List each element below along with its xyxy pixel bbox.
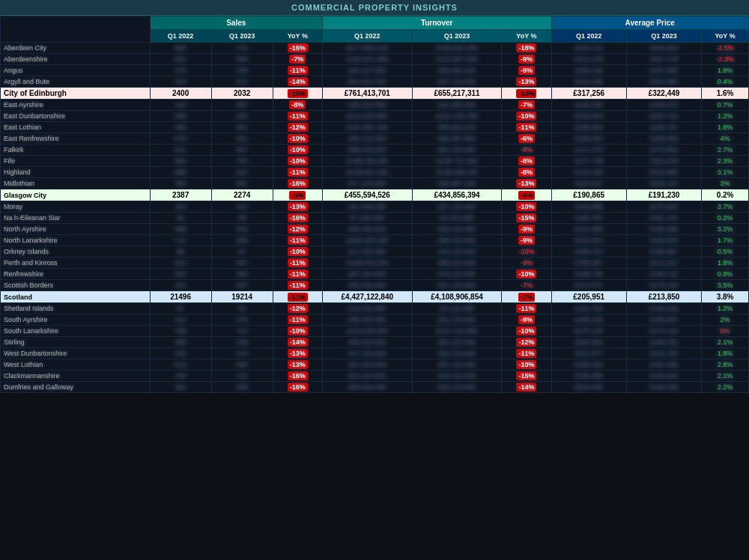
header-turnover: Turnover: [322, 16, 551, 30]
table-row: Falkirk521467-10% £89,234,500£82,123,400…: [1, 144, 749, 156]
edinburgh-sales-2022: 2400: [150, 88, 211, 100]
header-group-row: Sales Turnover Average Price: [1, 16, 749, 30]
edinburgh-turnover-yoy: -14%: [502, 88, 551, 100]
scotland-name: Scotland: [1, 291, 151, 303]
edinburgh-avp-2023: £322,449: [626, 88, 701, 100]
header-empty: [1, 16, 151, 43]
table-row: West Dunbartonshire245214-13% £37,234,50…: [1, 348, 749, 359]
glasgow-avp-2023: £191,230: [626, 189, 701, 201]
table-row: Moray243211-13% £41,234,500£37,123,400-1…: [1, 201, 749, 213]
scotland-turnover-2023: £4,108,906,854: [412, 291, 502, 303]
table-row: West Lothian523456-13% £97,234,500£87,12…: [1, 359, 749, 371]
table-row: Highland689612-11% £148,912,340£136,489,…: [1, 167, 749, 178]
page-title: COMMERCIAL PROPERTY INSIGHTS: [0, 0, 749, 16]
header-avp-yoy: YoY %: [702, 30, 749, 43]
scotland-sales-yoy: -11%: [273, 291, 322, 303]
edinburgh-avp-yoy: 1.6%: [702, 88, 749, 100]
scotland-sales-2022: 21496: [150, 291, 211, 303]
edinburgh-name: City of Edinburgh: [1, 88, 151, 100]
edinburgh-turnover-2022: £761,413,701: [322, 88, 412, 100]
main-table: Sales Turnover Average Price Q1 2022 Q1 …: [0, 16, 749, 393]
table-row: Scottish Borders321287-11% £55,234,500£5…: [1, 280, 749, 291]
table-row: North Ayrshire389342-12% £55,234,500£50,…: [1, 224, 749, 235]
table-row: Perth and Kinross524467-11% £109,234,500…: [1, 258, 749, 269]
table-row: Dumfries and Galloway354298-16% £58,234,…: [1, 382, 749, 393]
header-sales: Sales: [150, 16, 322, 30]
page-wrapper: COMMERCIAL PROPERTY INSIGHTS Sales Turno…: [0, 0, 749, 560]
header-turnover-q1-2023: Q1 2023: [412, 30, 502, 43]
header-turnover-yoy: YoY %: [502, 30, 551, 43]
glasgow-sales-yoy: -5%: [273, 189, 322, 201]
table-row: Aberdeenshire634589-7% £134,521,400£122,…: [1, 54, 749, 65]
glasgow-turnover-2023: £434,856,394: [412, 189, 502, 201]
table-row: East Dunbartonshire489435-11% £112,430,9…: [1, 111, 749, 122]
table-row: Clackmannanshire134112-16% £21,234,500£1…: [1, 371, 749, 382]
table-row: Fife834752-10% £148,234,500£136,721,340-…: [1, 156, 749, 167]
table-row: Orkney Islands6861-10% £11,234,500£10,12…: [1, 246, 749, 258]
table-row: South Lanarkshire789712-10% £134,234,500…: [1, 326, 749, 337]
edinburgh-turnover-2023: £655,217,311: [412, 88, 502, 100]
glasgow-turnover-2022: £455,594,526: [322, 189, 412, 201]
glasgow-avp-2022: £190,865: [551, 189, 626, 201]
table-row: Midlothian345291-16% £77,123,450£66,987,…: [1, 178, 749, 189]
scotland-turnover-yoy: -7%: [502, 291, 551, 303]
table-row: Aberdeen City845712-16% £177,543,210£145…: [1, 43, 749, 54]
header-turnover-q1-2022: Q1 2022: [322, 30, 412, 43]
header-sales-q1-2023: Q1 2023: [211, 30, 273, 43]
table-container[interactable]: Sales Turnover Average Price Q1 2022 Q1 …: [0, 16, 749, 560]
glasgow-sales-2022: 2387: [150, 189, 211, 201]
header-sales-q1-2022: Q1 2022: [150, 30, 211, 43]
glasgow-turnover-yoy: -5%: [502, 189, 551, 201]
table-row: East Renfrewshire378341-10% £90,123,456£…: [1, 133, 749, 144]
glasgow-sales-2023: 2274: [211, 189, 273, 201]
header-avp-q1-2023: Q1 2023: [626, 30, 701, 43]
table-row: Angus278248-11% £43,127,580£39,182,400-9…: [1, 65, 749, 76]
edinburgh-avp-2022: £317,256: [551, 88, 626, 100]
summary-row-scotland: Scotland 21496 19214 -11% £4,427,122,840…: [1, 291, 749, 303]
table-row: Stirling289249-14% £59,234,500£52,123,40…: [1, 337, 749, 348]
header-avg-price: Average Price: [551, 16, 749, 30]
scotland-sales-2023: 19214: [211, 291, 273, 303]
header-sales-yoy: YoY %: [273, 30, 322, 43]
summary-row-glasgow: Glasgow City 2387 2274 -5% £455,594,526 …: [1, 189, 749, 201]
edinburgh-sales-yoy: -15%: [273, 88, 322, 100]
edinburgh-sales-2023: 2032: [211, 88, 273, 100]
table-row: East Lothian456401-12% £107,891,340£96,5…: [1, 122, 749, 133]
table-row: Argyll and Bute244211-14% £54,312,180£47…: [1, 76, 749, 88]
glasgow-avp-yoy: 0.2%: [702, 189, 749, 201]
summary-row-edinburgh: City of Edinburgh 2400 2032 -15% £761,41…: [1, 88, 749, 100]
glasgow-name: Glasgow City: [1, 189, 151, 201]
scotland-avp-yoy: 3.8%: [702, 291, 749, 303]
table-row: Renfrewshire523465-11% £87,234,500£78,12…: [1, 269, 749, 280]
table-row: East Ayrshire312287-8% £45,231,450£41,89…: [1, 100, 749, 111]
header-avp-q1-2022: Q1 2022: [551, 30, 626, 43]
table-row: South Ayrshire312278-11% £56,234,500£51,…: [1, 314, 749, 326]
table-row: Shetland Islands6759-12% £10,234,500£9,1…: [1, 303, 749, 314]
scotland-avp-2023: £213,850: [626, 291, 701, 303]
table-row: Na h-Eileanan Siar4538-16% £7,234,500£6,…: [1, 213, 749, 224]
table-row: North Lanarkshire712635-11% £108,234,500…: [1, 235, 749, 246]
scotland-turnover-2022: £4,427,122,840: [322, 291, 412, 303]
scotland-avp-2022: £205,951: [551, 291, 626, 303]
